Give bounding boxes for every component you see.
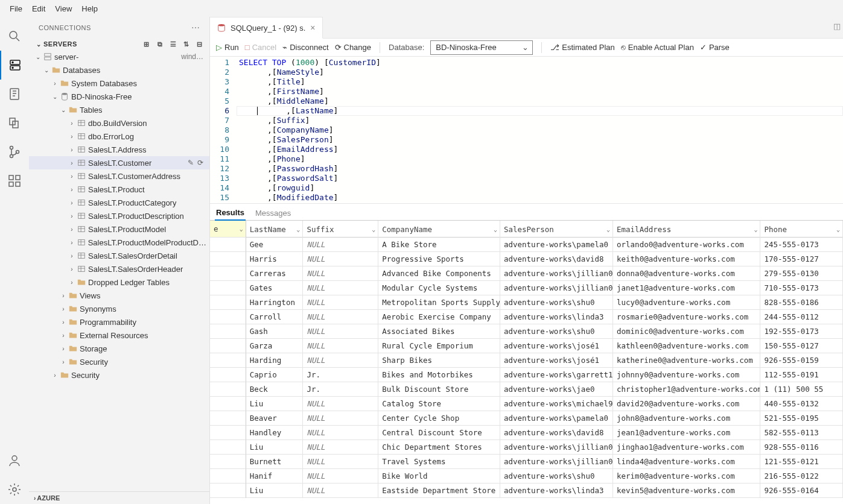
parse-button[interactable]: ✓Parse [700, 43, 730, 52]
cell[interactable]: kevin5@adventure-works.com [613, 484, 760, 498]
cell[interactable]: 582-555-0113 [760, 426, 843, 440]
row-header[interactable] [210, 281, 246, 295]
cell[interactable]: NULL [303, 281, 378, 295]
table-node[interactable]: ›SalesLT.ProductModel [29, 222, 209, 236]
table-row[interactable]: HarrisNULLProgressive Sportsadventure-wo… [210, 252, 843, 266]
cell[interactable]: Central Discount Store [378, 426, 500, 440]
cell[interactable]: jinghao1@adventure-works.com [613, 440, 760, 455]
code-line[interactable]: ,[NameStyle] [237, 68, 843, 77]
cell[interactable]: Hanif [246, 469, 304, 484]
cell[interactable]: 192-555-0173 [760, 324, 843, 339]
table-node[interactable]: ›SalesLT.Product [29, 183, 209, 196]
table-node[interactable]: ›SalesLT.CustomerAddress [29, 169, 209, 183]
column-header[interactable]: SalesPerson⌄ [500, 221, 613, 238]
code-line[interactable]: ,[FirstName] [237, 87, 843, 96]
cell[interactable]: 150-555-0127 [760, 339, 843, 353]
servers-icon[interactable] [0, 51, 29, 80]
cell[interactable]: Carreras [246, 266, 304, 281]
cell[interactable]: Liu [246, 440, 304, 455]
more-icon[interactable]: ⋯ [191, 23, 200, 33]
db-folder[interactable]: ›Security [29, 355, 209, 368]
cell[interactable]: adventure-works\josé1 [500, 353, 613, 368]
editor-tab[interactable]: SQLQuery_1 - (92) s. × [210, 17, 323, 39]
cell[interactable]: Travel Systems [378, 455, 500, 469]
table-row[interactable]: BeaverNULLCenter Cycle Shopadventure-wor… [210, 411, 843, 426]
cell[interactable]: 828-555-0186 [760, 295, 843, 310]
table-node[interactable]: ›SalesLT.ProductModelProductDe… [29, 236, 209, 249]
cell[interactable]: adventure-works\josé1 [500, 339, 613, 353]
cell[interactable]: 279-555-0130 [760, 266, 843, 281]
new-group-icon[interactable]: ⧉ [155, 39, 165, 49]
cell[interactable]: david20@adventure-works.com [613, 397, 760, 411]
search-icon[interactable] [0, 22, 29, 51]
row-header[interactable] [210, 339, 246, 353]
chevron-down-icon[interactable]: ⌄ [240, 225, 243, 232]
code-line[interactable]: ,[rowguid] [237, 183, 843, 193]
db-folder[interactable]: ›Views [29, 289, 209, 302]
cell[interactable]: adventure-works\linda3 [500, 310, 613, 324]
code-line[interactable]: ,[LastName] [237, 106, 843, 116]
cell[interactable]: Catalog Store [378, 397, 500, 411]
estimated-plan-button[interactable]: ⎇Estimated Plan [550, 43, 614, 52]
cell[interactable]: Caprio [246, 368, 304, 382]
cell[interactable]: 245-555-0173 [760, 238, 843, 252]
cell[interactable]: NULL [303, 411, 378, 426]
cell[interactable]: adventure-works\jillian0 [500, 455, 613, 469]
cell[interactable]: katherine0@adventure-works.com [613, 353, 760, 368]
table-node[interactable]: ›dbo.BuildVersion [29, 116, 209, 130]
run-button[interactable]: ▷Run [216, 43, 239, 52]
code-line[interactable]: ,[EmailAddress] [237, 145, 843, 154]
row-header[interactable] [210, 382, 246, 397]
cell[interactable]: NULL [303, 397, 378, 411]
table-row[interactable]: BurnettNULLTravel Systemsadventure-works… [210, 455, 843, 469]
refresh-icon[interactable]: ⟳ [197, 159, 203, 167]
row-header[interactable] [210, 310, 246, 324]
code-line[interactable]: ,[ModifiedDate] [237, 193, 843, 203]
row-header[interactable] [210, 397, 246, 411]
row-header[interactable] [210, 455, 246, 469]
cell[interactable]: Burnett [246, 455, 304, 469]
cell[interactable]: Harding [246, 353, 304, 368]
chevron-down-icon[interactable]: ⌄ [836, 226, 840, 233]
change-connection-button[interactable]: ⟳Change [335, 43, 372, 52]
column-header[interactable]: Phone⌄ [760, 221, 843, 238]
cell[interactable]: donna0@adventure-works.com [613, 266, 760, 281]
security-folder[interactable]: ›Security [29, 368, 209, 382]
settings-gear-icon[interactable] [0, 475, 29, 504]
cell[interactable]: Harrington [246, 295, 304, 310]
cell[interactable]: adventure-works\garrett1 [500, 368, 613, 382]
code-line[interactable]: ,[Phone] [237, 154, 843, 164]
cell[interactable]: NULL [303, 469, 378, 484]
row-header[interactable] [210, 426, 246, 440]
cell[interactable]: Sharp Bikes [378, 353, 500, 368]
cell[interactable]: 928-555-0116 [760, 440, 843, 455]
table-row[interactable]: GatesNULLModular Cycle Systemsadventure-… [210, 281, 843, 295]
cell[interactable]: Advanced Bike Components [378, 266, 500, 281]
cell[interactable]: Center Cycle Shop [378, 411, 500, 426]
cell[interactable]: Bulk Discount Store [378, 382, 500, 397]
cell[interactable]: adventure-works\shu0 [500, 324, 613, 339]
cell[interactable]: adventure-works\michael9 [500, 397, 613, 411]
table-row[interactable]: GarzaNULLRural Cycle Emporiumadventure-w… [210, 339, 843, 353]
action-icon[interactable]: ☰ [168, 39, 178, 49]
cell[interactable]: janet1@adventure-works.com [613, 281, 760, 295]
cell[interactable]: Rural Cycle Emporium [378, 339, 500, 353]
menu-help[interactable]: Help [77, 2, 103, 16]
cell[interactable]: lucy0@adventure-works.com [613, 295, 760, 310]
cell[interactable]: Modular Cycle Systems [378, 281, 500, 295]
column-header[interactable]: LastName⌄ [246, 221, 304, 238]
table-row[interactable]: LiuNULLEastside Department Storeadventur… [210, 484, 843, 498]
cell[interactable]: Liu [246, 397, 304, 411]
column-header[interactable]: Suffix⌄ [303, 221, 378, 238]
cell[interactable]: adventure-works\shu0 [500, 295, 613, 310]
chevron-down-icon[interactable]: ⌄ [296, 226, 300, 233]
cell[interactable]: Beaver [246, 411, 304, 426]
table-row[interactable]: GashNULLAssociated Bikesadventure-works\… [210, 324, 843, 339]
table-node[interactable]: ›SalesLT.ProductCategory [29, 196, 209, 209]
sql-editor[interactable]: 12345678910111213141516 SELECT TOP (1000… [210, 57, 843, 204]
cell[interactable]: NULL [303, 324, 378, 339]
column-header[interactable]: CompanyName⌄ [378, 221, 500, 238]
row-header[interactable] [210, 266, 246, 281]
table-row[interactable]: LiuNULLCatalog Storeadventure-works\mich… [210, 397, 843, 411]
cell[interactable]: NULL [303, 353, 378, 368]
